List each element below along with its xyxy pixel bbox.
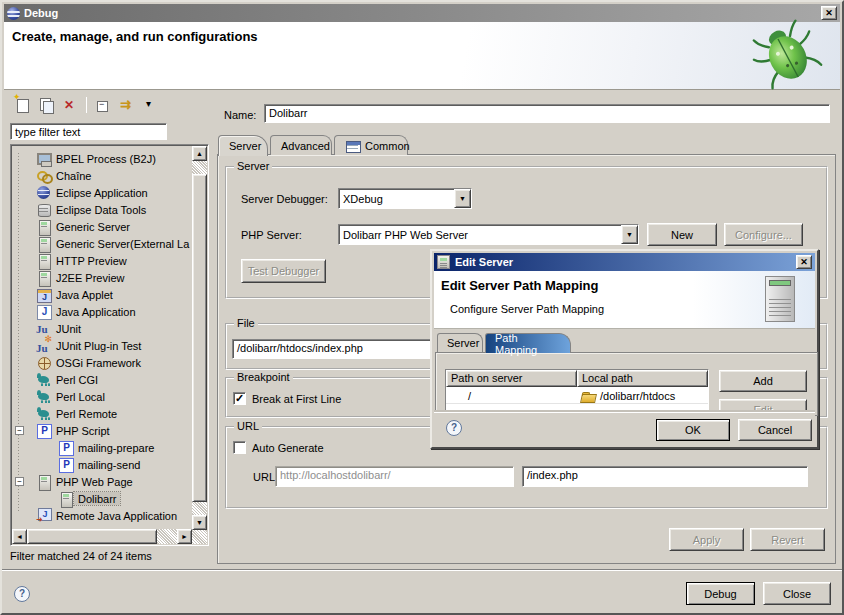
chevron-down-icon[interactable]: ▼ bbox=[621, 225, 638, 244]
server-path-cell: / bbox=[446, 387, 577, 403]
edit-server-title-bar: Edit Server ✕ bbox=[434, 253, 815, 271]
dialog-tab-server[interactable]: Server bbox=[437, 333, 483, 352]
server-tower-icon bbox=[765, 276, 795, 322]
path-mapping-table: Path on server Local path / /dolibarr/ht… bbox=[445, 369, 709, 416]
server-debugger-select[interactable]: XDebug ▼ bbox=[338, 188, 472, 209]
local-path-cell: /dolibarr/htdocs bbox=[600, 390, 675, 402]
php-server-select[interactable]: Dolibarr PHP Web Server ▼ bbox=[338, 224, 639, 245]
php-server-label: PHP Server: bbox=[241, 229, 302, 241]
configure-button[interactable]: Configure... bbox=[724, 223, 803, 246]
help-icon[interactable]: ? bbox=[446, 420, 462, 436]
edit-server-header: Edit Server Path Mapping Configure Serve… bbox=[434, 271, 815, 329]
new-server-button[interactable]: New bbox=[647, 223, 717, 246]
apply-button[interactable]: Apply bbox=[669, 528, 744, 551]
ok-button[interactable]: OK bbox=[656, 419, 730, 441]
table-row[interactable]: / /dolibarr/htdocs bbox=[446, 387, 708, 404]
dialog-subheading: Configure Server Path Mapping bbox=[450, 303, 604, 315]
server-icon bbox=[437, 255, 450, 269]
dialog-tab-path-mapping[interactable]: Path Mapping bbox=[485, 333, 571, 353]
break-first-line-label: Break at First Line bbox=[252, 393, 341, 405]
add-mapping-button[interactable]: Add bbox=[719, 370, 807, 392]
path-mapping-content: Path on server Local path / /dolibarr/ht… bbox=[435, 352, 818, 416]
chevron-down-icon[interactable]: ▼ bbox=[454, 189, 471, 208]
auto-generate-checkbox[interactable] bbox=[233, 441, 246, 454]
column-header-local-path[interactable]: Local path bbox=[577, 370, 708, 387]
close-icon[interactable]: ✕ bbox=[796, 255, 812, 269]
folder-icon bbox=[581, 390, 596, 402]
test-debugger-button[interactable]: Test Debugger bbox=[241, 259, 326, 283]
url-path-input[interactable]: /index.php bbox=[522, 466, 808, 487]
base-url-input[interactable]: http://localhostdolibarr/ bbox=[275, 466, 514, 487]
server-debugger-label: Server Debugger: bbox=[241, 193, 328, 205]
dialog-heading: Edit Server Path Mapping bbox=[441, 278, 598, 293]
edit-server-dialog: Edit Server ✕ Edit Server Path Mapping C… bbox=[430, 249, 819, 449]
edit-server-footer: ? OK Cancel bbox=[434, 412, 815, 445]
debug-configurations-window: Debug ✕ Create, manage, and run configur… bbox=[0, 0, 844, 615]
cancel-button[interactable]: Cancel bbox=[738, 419, 812, 441]
break-first-line-checkbox[interactable] bbox=[233, 392, 246, 405]
revert-button[interactable]: Revert bbox=[750, 528, 825, 551]
dialog-title: Edit Server bbox=[455, 256, 796, 268]
auto-generate-label: Auto Generate bbox=[252, 442, 324, 454]
column-header-path-on-server[interactable]: Path on server bbox=[446, 370, 577, 387]
